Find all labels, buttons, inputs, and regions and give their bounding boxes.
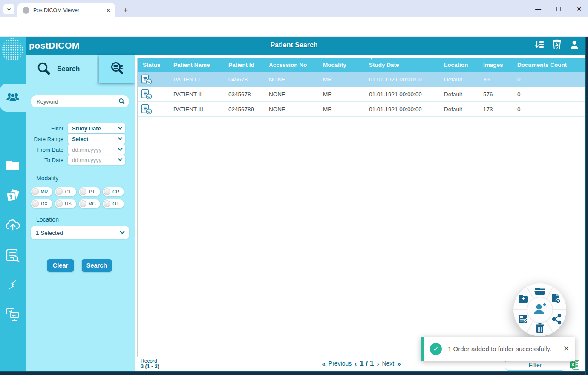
- browser-tab-bar: PostDICOM Viewer ✕ + — ☐ ✕: [0, 0, 588, 17]
- sidebar-item-device-transfer[interactable]: [0, 302, 26, 327]
- open-folder-icon[interactable]: [534, 288, 545, 295]
- date-range-select[interactable]: Select: [68, 134, 125, 144]
- search-tab-icon: [37, 62, 51, 76]
- modality-toggle-us[interactable]: US: [55, 199, 76, 208]
- col-accession-no[interactable]: Accession No: [264, 62, 318, 68]
- favicon-icon: [23, 7, 29, 14]
- clear-button[interactable]: Clear: [47, 259, 74, 272]
- window-minimize-button[interactable]: —: [532, 4, 545, 14]
- to-date-select[interactable]: dd.mm.yyyy: [68, 155, 125, 165]
- device-transfer-icon: [5, 307, 20, 322]
- col-documents-count[interactable]: Documents Count: [512, 62, 585, 68]
- sidebar-item-sync[interactable]: [0, 272, 26, 297]
- status-cell: [138, 89, 168, 100]
- sidebar-item-patients[interactable]: [0, 84, 26, 112]
- col-location[interactable]: Location: [439, 62, 478, 68]
- next-arrow-icon[interactable]: ›: [377, 360, 379, 367]
- documents-count: 0: [512, 91, 585, 98]
- window-maximize-button[interactable]: ☐: [552, 4, 565, 14]
- window-close-button[interactable]: ✕: [573, 4, 585, 14]
- search-button[interactable]: Search: [82, 259, 112, 272]
- col-patient-id[interactable]: Patient Id: [223, 62, 264, 68]
- study-status-icon: [141, 74, 153, 85]
- sidebar-item-folders[interactable]: [0, 153, 26, 178]
- account-user-icon[interactable]: [569, 40, 579, 52]
- status-cell: [138, 104, 168, 115]
- filter-select[interactable]: Study Date: [68, 123, 125, 133]
- to-date-label: To Date: [26, 157, 68, 163]
- tab-advanced-search[interactable]: [99, 55, 135, 83]
- to-date-row: To Date dd.mm.yyyy: [26, 155, 132, 165]
- tab-close-icon[interactable]: ✕: [104, 6, 112, 14]
- delete-trash-icon[interactable]: [536, 323, 544, 333]
- sidebar-item-order-search[interactable]: [0, 243, 26, 268]
- chevron-down-icon: [118, 156, 122, 161]
- edit-report-icon[interactable]: [519, 315, 528, 323]
- prev-arrow-icon[interactable]: ‹: [355, 360, 357, 367]
- modality-toggle-ct[interactable]: CT: [55, 188, 76, 196]
- deleted-items-trash-icon[interactable]: [552, 39, 562, 52]
- modality-toggle-mg[interactable]: MG: [79, 199, 100, 208]
- study-date: 01.01.1921 00:00:00: [364, 91, 439, 98]
- col-patient-name[interactable]: Patient Name: [168, 62, 223, 68]
- col-study-date[interactable]: ▼Study Date: [364, 62, 439, 68]
- date-range-label: Date Range: [26, 136, 68, 142]
- accession-no: NONE: [264, 106, 318, 112]
- toast-close-icon[interactable]: ✕: [561, 343, 572, 355]
- header-actions: [528, 39, 579, 52]
- table-row-patient-1[interactable]: PATIENT I 045678 NONE MR 01.01.1921 00:0…: [138, 72, 585, 87]
- filter-button[interactable]: Filter: [505, 360, 565, 371]
- from-date-select[interactable]: dd.mm.yyyy: [68, 144, 125, 155]
- patient-name: PATIENT I: [168, 76, 223, 83]
- sidebar-item-cloud-upload[interactable]: [0, 212, 26, 238]
- tab-title: PostDICOM Viewer: [33, 7, 104, 13]
- folder-icon: [6, 159, 20, 171]
- documents-count: 0: [512, 106, 585, 112]
- modality: MR: [318, 106, 364, 112]
- order-list-search-icon: [6, 248, 20, 263]
- location-select[interactable]: 1 Selected: [31, 226, 129, 239]
- table-row-patient-2[interactable]: PATIENT II 0345678 NONE MR 01.01.1921 00…: [138, 87, 585, 102]
- toggle-knob: [104, 188, 110, 195]
- col-modality[interactable]: Modality: [318, 62, 364, 68]
- sort-icon[interactable]: [534, 40, 545, 51]
- browser-tab[interactable]: PostDICOM Viewer ✕: [17, 3, 115, 17]
- patient-name: PATIENT II: [168, 91, 223, 98]
- col-images[interactable]: Images: [478, 62, 512, 68]
- patient-id: 045678: [223, 76, 264, 83]
- keyword-input[interactable]: [31, 95, 129, 107]
- sidebar-item-images[interactable]: [0, 183, 26, 209]
- study-status-icon: [141, 89, 153, 100]
- modality-toggle-ot[interactable]: OT: [103, 199, 124, 208]
- toggle-knob: [32, 188, 39, 195]
- image-stack-icon: [6, 189, 20, 203]
- keyword-search-icon[interactable]: [118, 98, 125, 107]
- col-status[interactable]: Status: [138, 62, 168, 68]
- postdicom-fingerprint-logo: [1, 38, 25, 62]
- chevron-down-icon: [6, 7, 12, 12]
- patient-name: PATIENT III: [168, 106, 223, 112]
- next-page-button[interactable]: Next: [382, 360, 394, 367]
- add-to-folder-icon[interactable]: [519, 295, 528, 303]
- modality-toggle-dx[interactable]: DX: [31, 199, 52, 208]
- accession-no: NONE: [264, 91, 318, 98]
- new-tab-button[interactable]: +: [121, 5, 131, 15]
- date-range-row: Date Range Select: [26, 134, 132, 144]
- toggle-knob: [56, 200, 63, 207]
- modality-toggle-cr[interactable]: CR: [103, 188, 124, 196]
- patient-id: 02456789: [223, 106, 264, 112]
- toggle-knob: [56, 188, 63, 195]
- first-page-icon[interactable]: «: [322, 360, 325, 367]
- previous-page-button[interactable]: Previous: [329, 360, 352, 367]
- svg-text:X: X: [571, 362, 574, 367]
- export-excel-icon[interactable]: X: [570, 360, 579, 372]
- modality-toggle-mr[interactable]: MR: [31, 188, 52, 196]
- modality-toggle-pt[interactable]: PT: [79, 188, 100, 196]
- tab-search[interactable]: Search: [26, 55, 97, 83]
- tab-search-button[interactable]: [3, 4, 14, 14]
- last-page-icon[interactable]: »: [397, 360, 401, 367]
- browser-address-bar: germany.postdicom.com/Viewer/Main 文A ⋮: [0, 17, 588, 37]
- table-row-patient-3[interactable]: PATIENT III 02456789 NONE MR 01.01.1921 …: [138, 102, 585, 117]
- location: Default: [439, 106, 478, 112]
- modality: MR: [318, 91, 364, 98]
